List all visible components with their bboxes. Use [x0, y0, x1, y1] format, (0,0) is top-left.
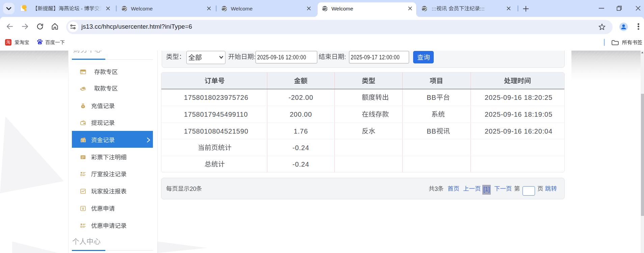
- svg-text:du: du: [39, 42, 41, 44]
